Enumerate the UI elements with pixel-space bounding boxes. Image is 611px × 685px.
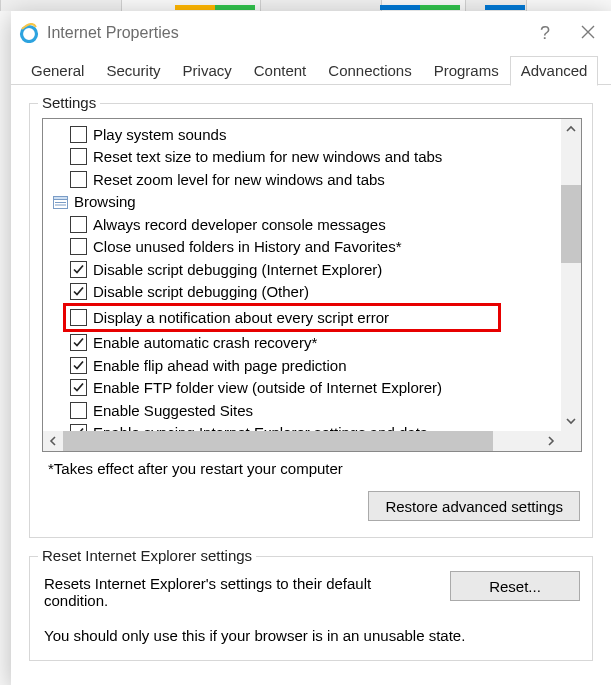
checkbox[interactable]	[70, 171, 87, 188]
restart-note: *Takes effect after you restart your com…	[48, 460, 580, 477]
help-button[interactable]: ?	[525, 23, 565, 44]
tab-content-area: Settings Play system soundsReset text si…	[11, 85, 611, 661]
checkbox[interactable]	[70, 126, 87, 143]
tree-item-label: Disable script debugging (Other)	[93, 284, 309, 299]
tab-general[interactable]: General	[20, 56, 95, 85]
tree-item-label: Close unused folders in History and Favo…	[93, 239, 401, 254]
reset-button[interactable]: Reset...	[450, 571, 580, 601]
reset-fieldset: Reset Internet Explorer settings Resets …	[29, 556, 593, 661]
tree-item-label: Enable flip ahead with page prediction	[93, 358, 347, 373]
tree-item-label: Display a notification about every scrip…	[93, 310, 389, 325]
checkbox[interactable]	[70, 309, 87, 326]
checkbox[interactable]	[70, 283, 87, 300]
restore-defaults-button[interactable]: Restore advanced settings	[368, 491, 580, 521]
scroll-corner	[561, 431, 581, 451]
checkbox[interactable]	[70, 402, 87, 419]
v-scroll-thumb[interactable]	[561, 185, 581, 263]
tree-item[interactable]: Enable Suggested Sites	[43, 399, 561, 422]
tree-item[interactable]: Enable FTP folder view (outside of Inter…	[43, 377, 561, 400]
reset-warning: You should only use this if your browser…	[44, 627, 580, 644]
scroll-left-icon[interactable]	[43, 431, 63, 451]
checkbox[interactable]	[70, 334, 87, 351]
tree-item[interactable]: Enable flip ahead with page prediction	[43, 354, 561, 377]
close-button[interactable]	[565, 23, 611, 44]
group-icon	[53, 195, 68, 208]
tree-item[interactable]: Close unused folders in History and Favo…	[43, 236, 561, 259]
tree-group-browsing[interactable]: Browsing	[43, 191, 561, 214]
tree-item-label: Reset text size to medium for new window…	[93, 149, 442, 164]
tree-item[interactable]: Reset zoom level for new windows and tab…	[43, 168, 561, 191]
horizontal-scrollbar[interactable]	[43, 431, 561, 451]
tab-security[interactable]: Security	[95, 56, 171, 85]
h-scroll-thumb[interactable]	[63, 431, 493, 451]
svg-rect-2	[54, 197, 68, 200]
checkbox[interactable]	[70, 424, 87, 431]
tree-item-label: Enable Suggested Sites	[93, 403, 253, 418]
v-scroll-track[interactable]	[561, 139, 581, 411]
checkbox[interactable]	[70, 238, 87, 255]
tree-group-label: Browsing	[74, 193, 136, 210]
title-bar: Internet Properties ?	[11, 11, 611, 55]
tree-item[interactable]: Always record developer console messages	[43, 213, 561, 236]
tree-item[interactable]: Play system sounds	[43, 123, 561, 146]
tree-item-label: Reset zoom level for new windows and tab…	[93, 172, 385, 187]
tree-item[interactable]: Disable script debugging (Internet Explo…	[43, 258, 561, 281]
checkbox[interactable]	[70, 261, 87, 278]
settings-legend: Settings	[38, 94, 100, 111]
scroll-down-icon[interactable]	[561, 411, 581, 431]
checkbox[interactable]	[70, 357, 87, 374]
settings-tree[interactable]: Play system soundsReset text size to med…	[42, 118, 582, 452]
tab-connections[interactable]: Connections	[317, 56, 422, 85]
checkbox[interactable]	[70, 216, 87, 233]
window-body: Internet Properties ? General Security P…	[11, 11, 611, 685]
tree-item[interactable]: Display a notification about every scrip…	[66, 306, 498, 329]
tree-item-label: Disable script debugging (Internet Explo…	[93, 262, 382, 277]
tree-item-label: Enable FTP folder view (outside of Inter…	[93, 380, 442, 395]
tab-content[interactable]: Content	[243, 56, 318, 85]
ie-icon	[19, 23, 39, 43]
scroll-right-icon[interactable]	[541, 431, 561, 451]
tree-item-label: Always record developer console messages	[93, 217, 386, 232]
tab-programs[interactable]: Programs	[423, 56, 510, 85]
tree-item-label: Enable automatic crash recovery*	[93, 335, 317, 350]
reset-legend: Reset Internet Explorer settings	[38, 547, 256, 564]
tree-item[interactable]: Reset text size to medium for new window…	[43, 146, 561, 169]
tab-privacy[interactable]: Privacy	[172, 56, 243, 85]
settings-fieldset: Settings Play system soundsReset text si…	[29, 103, 593, 538]
dialog-window: Internet Properties ? General Security P…	[0, 0, 611, 685]
window-title: Internet Properties	[47, 24, 525, 42]
taskbar-fragments	[0, 0, 611, 11]
tree-item[interactable]: Enable automatic crash recovery*	[43, 332, 561, 355]
highlighted-option: Display a notification about every scrip…	[63, 303, 501, 332]
tree-item-label: Play system sounds	[93, 127, 226, 142]
tab-strip: General Security Privacy Content Connect…	[11, 55, 611, 85]
scroll-up-icon[interactable]	[561, 119, 581, 139]
tree-item[interactable]: Disable script debugging (Other)	[43, 281, 561, 304]
settings-tree-viewport: Play system soundsReset text size to med…	[43, 119, 561, 431]
checkbox[interactable]	[70, 148, 87, 165]
tab-advanced[interactable]: Advanced	[510, 56, 599, 86]
checkbox[interactable]	[70, 379, 87, 396]
tree-item[interactable]: Enable syncing Internet Explorer setting…	[43, 422, 561, 432]
h-scroll-track[interactable]	[63, 431, 541, 451]
vertical-scrollbar[interactable]	[561, 119, 581, 431]
reset-description: Resets Internet Explorer's settings to t…	[44, 575, 434, 609]
